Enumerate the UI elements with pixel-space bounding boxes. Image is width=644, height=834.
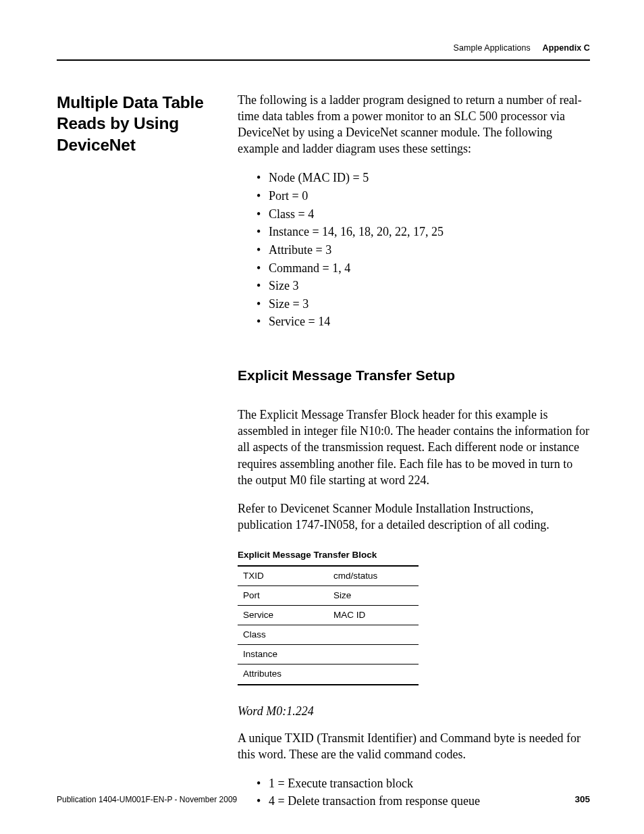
left-column: Multiple Data Table Reads by Using Devic… (57, 92, 238, 810)
right-column: The following is a ladder program design… (238, 92, 590, 810)
header-rule (57, 59, 590, 61)
transfer-block-table: TXID cmd/status Port Size Service MAC ID… (238, 565, 419, 685)
header-section: Sample Applications (454, 43, 531, 53)
table-cell: MAC ID (328, 606, 419, 625)
body-paragraph: The Explicit Message Transfer Block head… (238, 407, 590, 488)
table-cell: Port (238, 586, 328, 606)
list-item: 1 = Execute transaction block (257, 775, 590, 793)
table-cell: TXID (238, 566, 328, 586)
body-paragraph: A unique TXID (Transmit Identifier) and … (238, 730, 590, 762)
table-row: Instance (238, 645, 419, 664)
intro-paragraph: The following is a ladder program design… (238, 92, 590, 157)
table-cell: Service (238, 606, 328, 625)
settings-list: Node (MAC ID) = 5 Port = 0 Class = 4 Ins… (238, 169, 590, 331)
list-item: Node (MAC ID) = 5 (257, 169, 590, 187)
list-item: Attribute = 3 (257, 241, 590, 259)
section-title: Multiple Data Table Reads by Using Devic… (57, 92, 221, 155)
body-paragraph: Refer to Devicenet Scanner Module Instal… (238, 500, 590, 533)
content-columns: Multiple Data Table Reads by Using Devic… (57, 92, 590, 810)
table-row: Class (238, 625, 419, 645)
running-header: Sample Applications Appendix C (57, 43, 590, 59)
header-appendix: Appendix C (543, 43, 590, 53)
table-row: TXID cmd/status (238, 566, 419, 586)
list-item: Command = 1, 4 (257, 259, 590, 278)
list-item: Instance = 14, 16, 18, 20, 22, 17, 25 (257, 223, 590, 241)
list-item: Class = 4 (257, 205, 590, 224)
page-footer: Publication 1404-UM001F-EN-P - November … (57, 794, 590, 804)
subsection-heading: Explicit Message Transfer Setup (238, 366, 590, 385)
table-title: Explicit Message Transfer Block (238, 549, 590, 561)
table-row: Port Size (238, 586, 419, 606)
list-item: Size = 3 (257, 295, 590, 313)
page: Sample Applications Appendix C Multiple … (0, 0, 644, 834)
table-cell: Class (238, 625, 419, 645)
table-row: Attributes (238, 664, 419, 685)
table-cell: Size (328, 586, 419, 606)
word-heading: Word M0:1.224 (238, 703, 590, 719)
table-row: Service MAC ID (238, 606, 419, 625)
table-cell: Attributes (238, 664, 419, 685)
table-cell: cmd/status (328, 566, 419, 586)
command-codes-list: 1 = Execute transaction block 4 = Delete… (238, 775, 590, 810)
publication-info: Publication 1404-UM001F-EN-P - November … (57, 795, 237, 804)
table-cell: Instance (238, 645, 419, 664)
list-item: Service = 14 (257, 313, 590, 331)
list-item: Port = 0 (257, 187, 590, 205)
list-item: Size 3 (257, 277, 590, 295)
page-number: 305 (574, 794, 590, 804)
